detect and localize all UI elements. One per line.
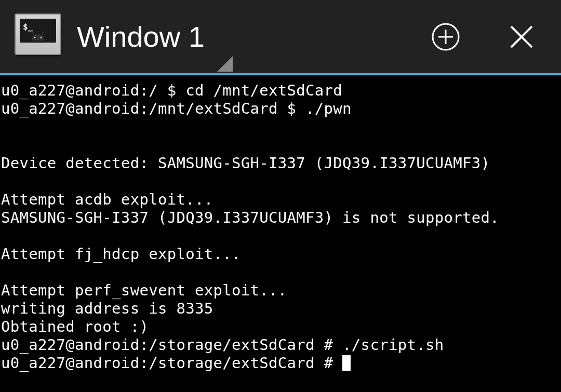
svg-line-1 bbox=[42, 32, 44, 35]
android-logo-icon bbox=[28, 30, 48, 40]
terminal-line: u0_a227@android:/ $ cd /mnt/extSdCard bbox=[1, 82, 342, 99]
window-title-label: Window 1 bbox=[77, 20, 205, 53]
terminal-line: Attempt perf_swevent exploit... bbox=[1, 281, 287, 299]
svg-point-2 bbox=[34, 36, 36, 38]
terminal-line: Device detected: SAMSUNG-SGH-I337 (JDQ39… bbox=[1, 154, 490, 172]
window-title-dropdown[interactable]: Window 1 bbox=[77, 20, 431, 53]
terminal-line: Attempt acdb exploit... bbox=[1, 191, 213, 208]
terminal-output[interactable]: u0_a227@android:/ $ cd /mnt/extSdCard u0… bbox=[0, 75, 561, 372]
header-actions bbox=[431, 22, 536, 51]
svg-line-0 bbox=[32, 32, 34, 35]
close-window-button[interactable] bbox=[507, 22, 536, 51]
dropdown-indicator-icon bbox=[217, 56, 233, 72]
app-header: $_ Window 1 bbox=[0, 0, 561, 75]
terminal-line: u0_a227@android:/storage/extSdCard # bbox=[1, 354, 342, 372]
terminal-line: SAMSUNG-SGH-I337 (JDQ39.I337UCUAMF3) is … bbox=[1, 209, 499, 226]
terminal-cursor bbox=[342, 355, 351, 371]
terminal-line: Obtained root :) bbox=[1, 318, 149, 335]
terminal-line: u0_a227@android:/mnt/extSdCard $ ./pwn bbox=[1, 100, 352, 117]
terminal-line: writing address is 8335 bbox=[1, 300, 213, 317]
terminal-line: Attempt fj_hdcp exploit... bbox=[1, 245, 241, 263]
svg-point-3 bbox=[41, 36, 42, 38]
add-window-button[interactable] bbox=[431, 22, 460, 51]
terminal-app-icon: $_ bbox=[15, 13, 61, 60]
terminal-line: u0_a227@android:/storage/extSdCard # ./s… bbox=[1, 336, 444, 354]
